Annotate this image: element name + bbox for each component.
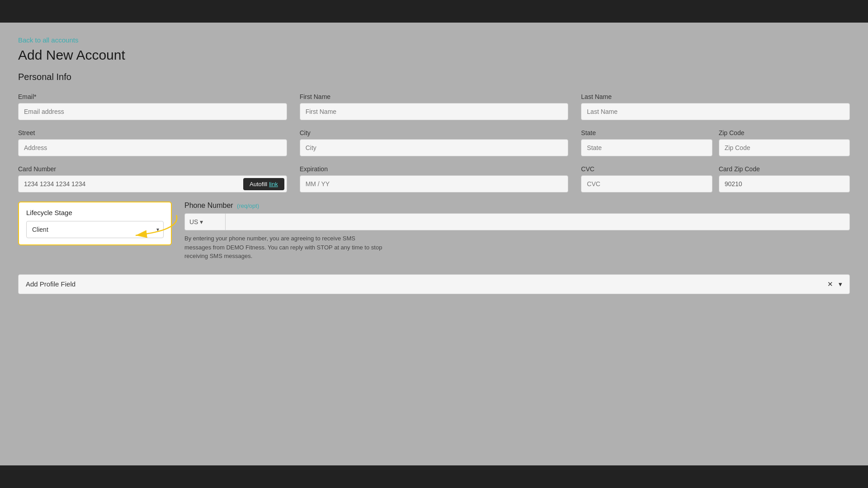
autofill-label: Autofill: [250, 181, 267, 188]
cvc-label: CVC: [581, 165, 712, 173]
lifecycle-select-wrapper: Lead Prospect Client Former Client ▾: [26, 221, 164, 238]
city-input[interactable]: [300, 139, 569, 156]
street-label: Street: [18, 129, 287, 136]
expiration-input[interactable]: [300, 175, 569, 192]
close-icon: ✕: [827, 280, 833, 288]
email-input[interactable]: [18, 103, 287, 120]
zip-input[interactable]: [719, 139, 850, 156]
zip-group: Zip Code: [719, 129, 850, 156]
phone-row: US ▾: [184, 213, 850, 230]
card-number-group: Card Number Autofill link: [18, 165, 287, 192]
first-name-group: First Name: [300, 93, 569, 120]
city-label: City: [300, 129, 569, 136]
lifecycle-stage-label: Lifecycle Stage: [26, 209, 164, 216]
card-number-wrapper: Autofill link: [18, 175, 287, 192]
profile-field-icons: ✕ ▾: [827, 280, 842, 288]
zip-label: Zip Code: [719, 129, 850, 136]
street-input[interactable]: [18, 139, 287, 156]
autofill-link-text: link: [269, 181, 278, 188]
expiration-label: Expiration: [300, 165, 569, 173]
autofill-button[interactable]: Autofill link: [243, 178, 284, 190]
state-group: State: [581, 129, 712, 156]
card-zip-input[interactable]: [719, 175, 850, 192]
section-title: Personal Info: [18, 72, 850, 82]
cvc-cardzip-group: CVC Card Zip Code: [581, 165, 850, 192]
state-label: State: [581, 129, 712, 136]
phone-section: Phone Number (req/opt) US ▾ By entering …: [184, 202, 850, 261]
state-input[interactable]: [581, 139, 712, 156]
first-name-input[interactable]: [300, 103, 569, 120]
phone-number-input[interactable]: [225, 213, 850, 230]
cvc-group: CVC: [581, 165, 712, 192]
state-zip-group: State Zip Code: [581, 129, 850, 156]
last-name-input[interactable]: [581, 103, 850, 120]
phone-sms-note: By entering your phone number, you are a…: [184, 234, 383, 261]
card-zip-group: Card Zip Code: [719, 165, 850, 192]
chevron-down-icon: ▾: [839, 280, 842, 288]
expiration-group: Expiration: [300, 165, 569, 192]
lifecycle-stage-box: Lifecycle Stage Lead Prospect Client For…: [18, 202, 172, 245]
card-number-label: Card Number: [18, 165, 287, 173]
email-group: Email*: [18, 93, 287, 120]
phone-optional-text: (req/opt): [237, 202, 259, 209]
card-zip-label: Card Zip Code: [719, 165, 850, 173]
page-title: Add New Account: [18, 47, 850, 63]
phone-country-chevron: ▾: [200, 218, 203, 225]
last-name-group: Last Name: [581, 93, 850, 120]
email-label: Email*: [18, 93, 287, 100]
last-name-label: Last Name: [581, 93, 850, 100]
lifecycle-select[interactable]: Lead Prospect Client Former Client: [26, 221, 164, 238]
add-profile-field-bar[interactable]: Add Profile Field ✕ ▾: [18, 274, 850, 294]
phone-label: Phone Number (req/opt): [184, 202, 850, 210]
back-link[interactable]: Back to all accounts: [18, 36, 78, 44]
add-profile-field-label: Add Profile Field: [26, 280, 75, 288]
first-name-label: First Name: [300, 93, 569, 100]
phone-country-selector[interactable]: US ▾: [184, 213, 225, 230]
street-group: Street: [18, 129, 287, 156]
phone-country-code: US: [189, 218, 198, 225]
cvc-input[interactable]: [581, 175, 712, 192]
city-group: City: [300, 129, 569, 156]
